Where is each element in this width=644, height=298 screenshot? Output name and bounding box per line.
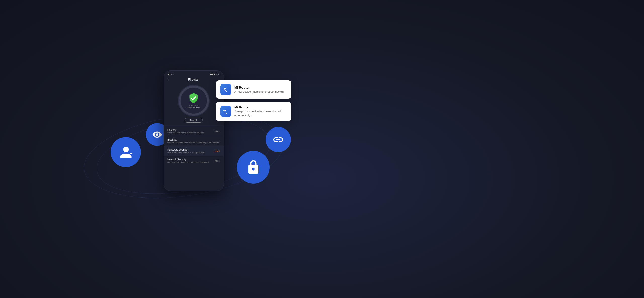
chevron-right-icon-4: › bbox=[219, 160, 220, 162]
notif-content-1: Mi Router A new device (mobile phone) co… bbox=[234, 86, 284, 94]
chevron-right-icon: › bbox=[219, 130, 220, 133]
link-float-icon bbox=[266, 127, 291, 152]
notif-body-1: A new device (mobile phone) connected bbox=[234, 90, 284, 94]
notification-card-1: Mi Router A new device (mobile phone) co… bbox=[216, 80, 291, 99]
phone-frame: 4G 12:46 ‹ Firewall bbox=[164, 70, 224, 191]
lock-float-icon bbox=[237, 151, 270, 184]
network-type: 4G bbox=[171, 73, 174, 75]
menu-item-security-right: Mid › bbox=[215, 130, 220, 133]
menu-item-network-rating: Mid bbox=[215, 160, 219, 162]
battery-icon bbox=[210, 73, 214, 75]
back-button[interactable]: ‹ bbox=[167, 78, 169, 82]
link-icon bbox=[272, 134, 284, 145]
status-bar-left: 4G bbox=[167, 73, 174, 75]
battery-fill bbox=[210, 74, 213, 75]
phone-mockup: 4G 12:46 ‹ Firewall bbox=[164, 70, 224, 191]
notif-icon-2 bbox=[220, 106, 231, 117]
notif-title-2: Mi Router bbox=[234, 105, 287, 109]
status-bar-right: 12:46 bbox=[210, 73, 220, 75]
menu-item-network-subtitle: Use a password different from Wi-Fi pass… bbox=[167, 161, 215, 164]
user-minus-float-icon bbox=[111, 137, 141, 167]
menu-item-blocklist-right: › bbox=[219, 140, 220, 143]
shield-duration-text: 0 days 18 hours bbox=[187, 106, 200, 109]
chevron-right-icon-3: › bbox=[219, 150, 220, 152]
shield-ring: Protected 0 days 18 hours bbox=[179, 86, 209, 116]
wifi-icon-2 bbox=[223, 108, 229, 114]
shield-section: Protected 0 days 18 hours Turn off bbox=[164, 83, 224, 126]
notif-body-2: A suspicious device has been blocked aut… bbox=[234, 110, 287, 117]
menu-item-network-security[interactable]: Network Security Use a password differen… bbox=[164, 156, 224, 166]
signal-icon bbox=[167, 73, 170, 75]
menu-item-network-title: Network Security bbox=[167, 158, 215, 161]
phone-header: ‹ Firewall bbox=[164, 76, 224, 83]
menu-item-blocklist[interactable]: Blocklist Prevent unwanted devices from … bbox=[164, 136, 224, 146]
menu-item-security-rating: Mid bbox=[215, 130, 219, 133]
chevron-right-icon-2: › bbox=[219, 140, 220, 143]
menu-item-blocklist-title: Blocklist bbox=[167, 138, 219, 141]
menu-item-security-title: Security bbox=[167, 129, 215, 131]
menu-item-security-left: Security Block blacklist, notice suspici… bbox=[167, 129, 215, 134]
menu-item-password-left: Password strength Use letters and number… bbox=[167, 148, 214, 154]
menu-item-password-right: Low › bbox=[214, 150, 220, 152]
shield-check-icon bbox=[188, 93, 199, 104]
shield-status-text: Protected bbox=[189, 104, 198, 106]
notif-content-2: Mi Router A suspicious device has been b… bbox=[234, 105, 287, 117]
menu-item-blocklist-subtitle: Prevent unwanted devices from connecting… bbox=[167, 141, 219, 144]
notif-icon-1 bbox=[220, 84, 231, 95]
menu-item-security[interactable]: Security Block blacklist, notice suspici… bbox=[164, 126, 224, 136]
menu-item-blocklist-left: Blocklist Prevent unwanted devices from … bbox=[167, 138, 219, 144]
menu-item-password[interactable]: Password strength Use letters and number… bbox=[164, 146, 224, 156]
page-title: Firewall bbox=[188, 78, 199, 81]
menu-item-password-title: Password strength bbox=[167, 148, 214, 151]
menu-item-network-right: Mid › bbox=[215, 160, 220, 162]
shield-inner: Protected 0 days 18 hours bbox=[187, 93, 200, 109]
lock-icon bbox=[246, 160, 261, 175]
menu-item-password-rating: Low bbox=[214, 150, 219, 152]
status-bar: 4G 12:46 bbox=[164, 71, 224, 76]
background bbox=[0, 0, 644, 298]
wifi-icon-1 bbox=[223, 87, 229, 93]
turn-off-button[interactable]: Turn off bbox=[185, 118, 203, 123]
menu-item-network-left: Network Security Use a password differen… bbox=[167, 158, 215, 164]
menu-item-password-subtitle: Use letters and numbers in your password bbox=[167, 151, 214, 154]
user-minus-icon bbox=[119, 145, 133, 159]
notif-title-1: Mi Router bbox=[234, 86, 284, 89]
menu-list: Security Block blacklist, notice suspici… bbox=[164, 126, 224, 166]
clock: 12:46 bbox=[215, 73, 220, 75]
eye-icon bbox=[152, 130, 162, 140]
notification-card-2: Mi Router A suspicious device has been b… bbox=[216, 102, 291, 121]
menu-item-security-subtitle: Block blacklist, notice suspicious devic… bbox=[167, 132, 215, 134]
